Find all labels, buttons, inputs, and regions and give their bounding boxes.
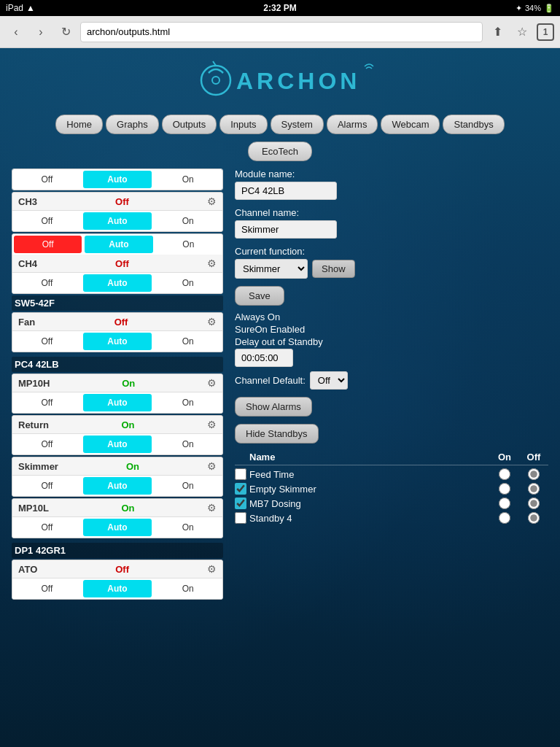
feedtime-off-radio[interactable] bbox=[528, 468, 540, 480]
ch3-ctrl-auto[interactable]: Auto bbox=[83, 212, 152, 230]
emptyskimmer-off-radio[interactable] bbox=[528, 483, 540, 495]
nav-outputs[interactable]: Outputs bbox=[162, 115, 217, 134]
mp10l-gear[interactable]: ⚙ bbox=[207, 502, 217, 514]
skimmer-gear[interactable]: ⚙ bbox=[207, 460, 217, 472]
mp10h-gear[interactable]: ⚙ bbox=[207, 377, 217, 389]
tab-count[interactable]: 1 bbox=[537, 23, 554, 41]
ch4-ctrl-off-active[interactable]: Off bbox=[14, 236, 82, 253]
ato-ctrl-on[interactable]: On bbox=[153, 580, 222, 597]
carrier-label: iPad bbox=[6, 3, 23, 13]
module-name-input[interactable] bbox=[235, 182, 337, 200]
ato-ctrl-off[interactable]: Off bbox=[12, 580, 82, 597]
standby4-checkbox[interactable] bbox=[235, 512, 246, 524]
ch4-ctrl-off[interactable]: Off bbox=[12, 274, 82, 292]
nav-standbys[interactable]: Standbys bbox=[443, 115, 504, 134]
refresh-button[interactable]: ↻ bbox=[55, 22, 76, 42]
save-button[interactable]: Save bbox=[235, 286, 284, 306]
main-layout: Off Auto On CH3 Off ⚙ Off Auto O bbox=[0, 169, 560, 604]
hide-standbys-button[interactable]: Hide Standbys bbox=[235, 424, 319, 444]
show-function-button[interactable]: Show bbox=[312, 260, 355, 278]
standby-row-feedtime: Feed Time bbox=[235, 468, 548, 480]
standby4-name: Standby 4 bbox=[249, 513, 490, 524]
url-input[interactable] bbox=[80, 22, 483, 42]
nav-inputs[interactable]: Inputs bbox=[219, 115, 267, 134]
col-on-header: On bbox=[490, 452, 519, 462]
share-button[interactable]: ⬆ bbox=[487, 22, 508, 42]
ctrl-off[interactable]: Off bbox=[12, 171, 82, 188]
module-name-label: Module name: bbox=[235, 169, 548, 179]
mp10l-ctrl-on[interactable]: On bbox=[153, 519, 222, 536]
ecotech-button[interactable]: EcoTech bbox=[248, 142, 312, 161]
mp10l-ctrl-off[interactable]: Off bbox=[12, 519, 82, 536]
nav-home[interactable]: Home bbox=[55, 115, 103, 134]
nav-system[interactable]: System bbox=[271, 115, 324, 134]
ch4-gear[interactable]: ⚙ bbox=[207, 258, 217, 269]
mb7dosing-name: MB7 Dosing bbox=[249, 498, 490, 509]
skimmer-name: Skimmer bbox=[18, 461, 58, 472]
ctrl-auto[interactable]: Auto bbox=[83, 171, 152, 188]
battery-label: 34% bbox=[525, 4, 541, 12]
standby-row-emptyskimmer: Empty Skimmer bbox=[235, 483, 548, 495]
return-ctrl-off[interactable]: Off bbox=[12, 436, 82, 453]
ato-ctrl-auto[interactable]: Auto bbox=[83, 580, 152, 597]
ch3-ctrl-off[interactable]: Off bbox=[12, 212, 82, 230]
feedtime-on-radio[interactable] bbox=[499, 468, 510, 480]
ch4-ctrl-on[interactable]: On bbox=[153, 274, 222, 292]
fan-ctrl-auto[interactable]: Auto bbox=[83, 333, 152, 350]
ch3-controls: Off Auto On bbox=[12, 211, 222, 231]
nav-webcam[interactable]: Webcam bbox=[381, 115, 440, 134]
standby4-on-col bbox=[490, 512, 519, 524]
mp10h-ctrl-auto[interactable]: Auto bbox=[83, 394, 152, 411]
fan-ctrl-on[interactable]: On bbox=[153, 333, 222, 350]
feedtime-checkbox[interactable] bbox=[235, 468, 246, 480]
bookmark-button[interactable]: ☆ bbox=[512, 22, 532, 42]
fan-ctrl-off[interactable]: Off bbox=[12, 333, 82, 350]
standby4-on-radio[interactable] bbox=[499, 512, 510, 524]
ato-status: Off bbox=[115, 564, 129, 575]
return-ctrl-on[interactable]: On bbox=[153, 436, 222, 453]
function-group: Current function: Skimmer Always On Feed… bbox=[235, 246, 548, 279]
browser-bar: ‹ › ↻ ⬆ ☆ 1 bbox=[0, 16, 560, 48]
mb7dosing-off-radio[interactable] bbox=[528, 498, 540, 509]
ch4-ctrl-auto-top[interactable]: Auto bbox=[85, 236, 152, 253]
delay-time-input[interactable] bbox=[235, 349, 293, 367]
fan-gear[interactable]: ⚙ bbox=[207, 316, 217, 328]
ch4-ctrl-on-top[interactable]: On bbox=[155, 236, 222, 253]
skimmer-controls: Off Auto On bbox=[12, 476, 222, 496]
channel-row-ch4: Off Auto On CH4 Off ⚙ Off Auto On bbox=[12, 233, 223, 294]
ch3-ctrl-on[interactable]: On bbox=[153, 212, 222, 230]
forward-button[interactable]: › bbox=[31, 22, 51, 42]
standby4-off-radio[interactable] bbox=[528, 512, 540, 524]
ch3-gear[interactable]: ⚙ bbox=[207, 196, 217, 207]
nav-graphs[interactable]: Graphs bbox=[106, 115, 159, 134]
function-label: Current function: bbox=[235, 246, 548, 257]
return-controls: Off Auto On bbox=[12, 434, 222, 454]
channel-name-input[interactable] bbox=[235, 220, 337, 239]
emptyskimmer-on-col bbox=[490, 483, 519, 495]
nav-alarms[interactable]: Alarms bbox=[327, 115, 378, 134]
emptyskimmer-checkbox[interactable] bbox=[235, 483, 246, 495]
emptyskimmer-on-radio[interactable] bbox=[499, 483, 510, 495]
mp10l-status: On bbox=[121, 503, 134, 514]
back-button[interactable]: ‹ bbox=[6, 22, 26, 42]
skimmer-ctrl-auto[interactable]: Auto bbox=[83, 477, 152, 495]
mp10h-ctrl-off[interactable]: Off bbox=[12, 394, 82, 411]
skimmer-ctrl-off[interactable]: Off bbox=[12, 477, 82, 495]
skimmer-ctrl-on[interactable]: On bbox=[153, 477, 222, 495]
emptyskimmer-name: Empty Skimmer bbox=[249, 484, 490, 495]
function-select[interactable]: Skimmer Always On Feed Timer Off bbox=[235, 259, 308, 279]
mb7dosing-checkbox[interactable] bbox=[235, 498, 246, 509]
ato-gear[interactable]: ⚙ bbox=[207, 563, 217, 575]
ch4-status: Off bbox=[115, 258, 129, 269]
ctrl-on[interactable]: On bbox=[153, 171, 222, 188]
wifi-icon: ▲ bbox=[26, 3, 35, 13]
return-ctrl-auto[interactable]: Auto bbox=[83, 436, 152, 453]
show-alarms-button[interactable]: Show Alarms bbox=[235, 397, 312, 417]
channel-default-select[interactable]: Off On bbox=[310, 371, 348, 390]
return-gear[interactable]: ⚙ bbox=[207, 419, 217, 430]
ch3-name-row: CH3 Off ⚙ bbox=[12, 193, 222, 211]
ch4-ctrl-auto[interactable]: Auto bbox=[83, 274, 152, 292]
mp10l-ctrl-auto[interactable]: Auto bbox=[83, 519, 152, 536]
mb7dosing-on-radio[interactable] bbox=[499, 498, 510, 509]
mp10h-ctrl-on[interactable]: On bbox=[153, 394, 222, 411]
